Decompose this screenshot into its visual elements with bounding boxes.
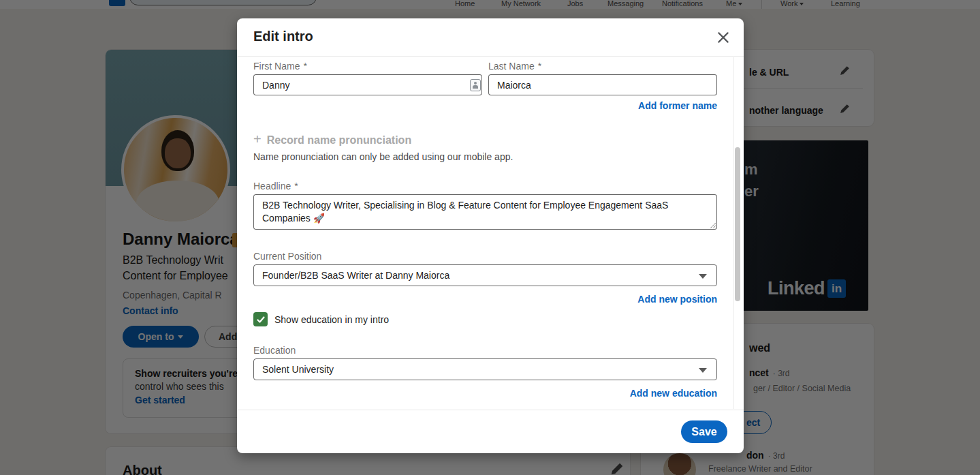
show-education-label: Show education in my intro: [274, 314, 389, 325]
add-new-education-link[interactable]: Add new education: [630, 388, 717, 399]
edit-intro-modal: Edit intro First Name* Last Name* Add fo…: [237, 18, 744, 453]
modal-title: Edit intro: [253, 29, 313, 44]
screen: Home My Network Jobs Messaging Notificat…: [0, 0, 980, 475]
chevron-down-icon: [699, 274, 707, 279]
check-icon: [256, 315, 266, 324]
record-pronunciation-button: +Record name pronunciation: [253, 132, 411, 147]
modal-scrollbar-track[interactable]: [733, 57, 742, 409]
plus-icon: +: [253, 132, 262, 147]
modal-footer: Save: [237, 410, 744, 453]
last-name-label: Last Name*: [488, 61, 541, 72]
close-icon[interactable]: [714, 28, 733, 47]
modal-body: First Name* Last Name* Add former name +…: [237, 57, 744, 410]
autofill-extension-icon[interactable]: [470, 79, 481, 91]
headline-field[interactable]: B2B Technology Writer, Specialising in B…: [253, 194, 717, 230]
modal-scrollbar-thumb[interactable]: [735, 147, 740, 301]
modal-header: Edit intro: [237, 18, 744, 57]
current-position-select[interactable]: Founder/B2B SaaS Writer at Danny Maiorca: [253, 264, 717, 286]
add-new-position-link[interactable]: Add new position: [637, 294, 717, 305]
current-position-label: Current Position: [253, 251, 321, 262]
add-former-name-link[interactable]: Add former name: [638, 100, 717, 111]
education-label: Education: [253, 345, 296, 356]
pronunciation-note: Name pronunciation can only be added usi…: [253, 151, 513, 162]
chevron-down-icon: [699, 368, 707, 373]
save-button[interactable]: Save: [681, 420, 727, 443]
headline-label: Headline*: [253, 181, 298, 191]
show-education-checkbox[interactable]: [253, 312, 268, 326]
education-select[interactable]: Solent University: [253, 358, 717, 380]
first-name-field[interactable]: [253, 74, 482, 95]
last-name-field[interactable]: [488, 74, 717, 95]
show-education-row: Show education in my intro: [253, 312, 389, 326]
first-name-label: First Name*: [253, 61, 307, 72]
